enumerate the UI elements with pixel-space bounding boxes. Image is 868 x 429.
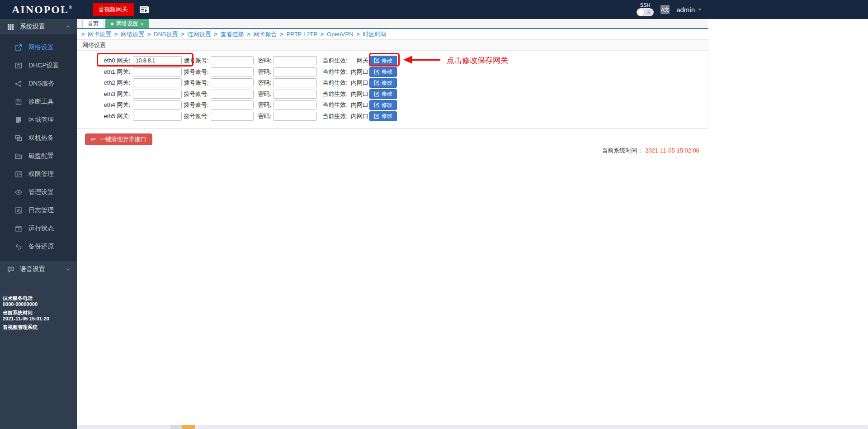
password-label: 密码: xyxy=(258,79,272,87)
status-icon xyxy=(15,225,22,232)
interface-gateway-label: eth1 网关: xyxy=(99,68,130,76)
strip-gray-segment xyxy=(170,425,182,429)
edit-button[interactable]: 修改 xyxy=(369,100,397,110)
top-header: AINOPOL® 音视频网关 SSH 关 A文 admin xyxy=(0,0,868,19)
close-tab-icon[interactable]: × xyxy=(141,21,143,27)
share-icon xyxy=(15,80,22,87)
sidebar-item-运行状态[interactable]: 运行状态 xyxy=(0,219,77,238)
sidebar-footer: 技术服务电话 0000-00000000 当前系统时间 2021-11-05 1… xyxy=(0,296,77,330)
page: AINOPOL® 音视频网关 SSH 关 A文 admin 系统设置 xyxy=(0,0,868,429)
dial-account-label: 拨号账号: xyxy=(184,90,209,98)
gateway-input[interactable] xyxy=(133,56,182,65)
dial-account-input[interactable] xyxy=(211,90,254,99)
gateway-input[interactable] xyxy=(133,78,182,87)
password-input[interactable] xyxy=(273,67,317,76)
effective-label: 当前生效: xyxy=(322,79,348,87)
interface-form: eth0 网关: 拨号账号: 密码: 当前生效: 网关 修改 eth1 网关: … xyxy=(77,51,708,128)
user-menu[interactable]: admin xyxy=(676,6,702,14)
sidebar-item-管理设置[interactable]: 管理设置 xyxy=(0,183,77,201)
password-input[interactable] xyxy=(273,100,317,110)
dial-account-input[interactable] xyxy=(211,112,254,121)
edit-button[interactable]: 修改 xyxy=(369,78,397,88)
password-input[interactable] xyxy=(273,56,317,65)
edit-button[interactable]: 修改 xyxy=(369,89,397,99)
dial-account-label: 拨号账号: xyxy=(184,79,209,87)
breadcrumb-separator-icon: > xyxy=(81,31,85,38)
sidebar-group-语音设置[interactable]: 语音设置 xyxy=(0,261,77,277)
gateway-input[interactable] xyxy=(133,90,182,99)
sidebar-group-系统设置[interactable]: 系统设置 xyxy=(0,19,77,34)
service-phone-number: 0000-00000000 xyxy=(3,301,77,307)
breadcrumb-link-OpenVPN[interactable]: OpenVPN xyxy=(327,31,354,38)
edit-icon xyxy=(374,102,379,108)
edit-button[interactable]: 修改 xyxy=(369,56,397,66)
voice-icon xyxy=(7,266,14,273)
sidebar-item-DNS服务[interactable]: DNS服务 xyxy=(0,75,77,93)
username: admin xyxy=(676,6,695,14)
sidebar-item-DHCP设置[interactable]: DHCP设置 xyxy=(0,57,77,75)
dial-account-label: 拨号账号: xyxy=(184,57,209,65)
sidebar-item-备份还原[interactable]: 备份还原 xyxy=(0,238,77,256)
effective-label: 当前生效: xyxy=(322,90,348,98)
news-icon[interactable] xyxy=(140,6,149,14)
breadcrumb-link-网络设置[interactable]: 网络设置 xyxy=(121,30,144,38)
password-input[interactable] xyxy=(273,78,317,87)
effective-value: 内网口 xyxy=(350,101,368,109)
ssh-toggle[interactable]: 关 xyxy=(637,8,654,16)
sidebar-item-区域管理[interactable]: 区域管理 xyxy=(0,111,77,129)
dial-account-input[interactable] xyxy=(211,67,254,76)
sidebar-item-双机热备[interactable]: 双机热备 xyxy=(0,129,77,147)
bottom-scroll-strip[interactable] xyxy=(77,425,868,429)
password-label: 密码: xyxy=(258,112,272,120)
sidebar-item-网络设置[interactable]: 网络设置 xyxy=(0,38,77,57)
system-time-text: 2021-11-05 15:02:06 xyxy=(645,147,699,154)
breadcrumb-link-网卡设置[interactable]: 网卡设置 xyxy=(88,30,111,38)
interface-row-eth3: eth3 网关: 拨号账号: 密码: 当前生效: 内网口 修改 xyxy=(77,89,708,100)
log-icon xyxy=(15,207,22,214)
dial-account-input[interactable] xyxy=(211,100,254,110)
clipboard-icon xyxy=(15,98,22,105)
header-divider xyxy=(88,5,88,14)
chevron-up-icon xyxy=(65,24,71,29)
edit-icon xyxy=(374,69,379,75)
breadcrumb-separator-icon: > xyxy=(214,31,217,38)
gateway-input[interactable] xyxy=(133,100,182,110)
app-logo: AINOPOL® xyxy=(12,4,72,16)
toggle-state-label: 关 xyxy=(646,9,651,16)
av-gateway-button[interactable]: 音视频网关 xyxy=(93,3,134,16)
sidebar-item-磁盘配置[interactable]: 磁盘配置 xyxy=(0,147,77,165)
panel-footer-area: ✂ 一键清理异常接口 当前系统时间：2021-11-05 15:02:06 xyxy=(77,129,708,155)
breadcrumb-link-连网设置[interactable]: 连网设置 xyxy=(188,30,211,38)
interface-gateway-label: eth0 网关: xyxy=(99,57,130,65)
tab-网络设置[interactable]: 网络设置 × xyxy=(105,19,149,28)
interface-gateway-label: eth4 网关: xyxy=(99,101,130,109)
password-label: 密码: xyxy=(258,68,272,76)
dial-account-input[interactable] xyxy=(211,78,254,87)
password-input[interactable] xyxy=(273,112,317,121)
sidebar-item-日志管理[interactable]: 日志管理 xyxy=(0,201,77,219)
interface-row-eth2: eth2 网关: 拨号账号: 密码: 当前生效: 内网口 修改 xyxy=(77,77,708,89)
edit-button[interactable]: 修改 xyxy=(369,111,397,121)
breadcrumb-link-时区时间[interactable]: 时区时间 xyxy=(363,30,387,38)
language-icon[interactable]: A文 xyxy=(660,5,670,14)
gateway-input[interactable] xyxy=(133,67,182,76)
effective-value: 内网口 xyxy=(350,112,368,120)
edit-icon xyxy=(374,58,379,63)
breadcrumb-link-网卡聚合[interactable]: 网卡聚合 xyxy=(254,30,277,38)
dial-account-input[interactable] xyxy=(211,56,254,65)
gateway-input[interactable] xyxy=(133,112,182,121)
system-time-label: 当前系统时间 xyxy=(3,310,77,316)
chevron-down-icon xyxy=(65,267,71,272)
sidebar-item-权限管理[interactable]: 权限管理 xyxy=(0,165,77,183)
edit-button-label: 修改 xyxy=(382,57,392,65)
interface-gateway-label: eth2 网关: xyxy=(99,79,130,87)
sidebar-item-诊断工具[interactable]: 诊断工具 xyxy=(0,93,77,111)
tab-首页[interactable]: 首页 xyxy=(82,19,104,28)
cleanup-abnormal-interfaces-button[interactable]: ✂ 一键清理异常接口 xyxy=(85,133,152,145)
ssh-label: SSH xyxy=(637,3,654,8)
password-input[interactable] xyxy=(273,90,317,99)
breadcrumb-link-DNS设置[interactable]: DNS设置 xyxy=(154,30,178,38)
breadcrumb-link-查看连接[interactable]: 查看连接 xyxy=(221,30,244,38)
breadcrumb-link-PPTP L2TP[interactable]: PPTP L2TP xyxy=(287,31,317,38)
edit-button[interactable]: 修改 xyxy=(369,67,397,77)
